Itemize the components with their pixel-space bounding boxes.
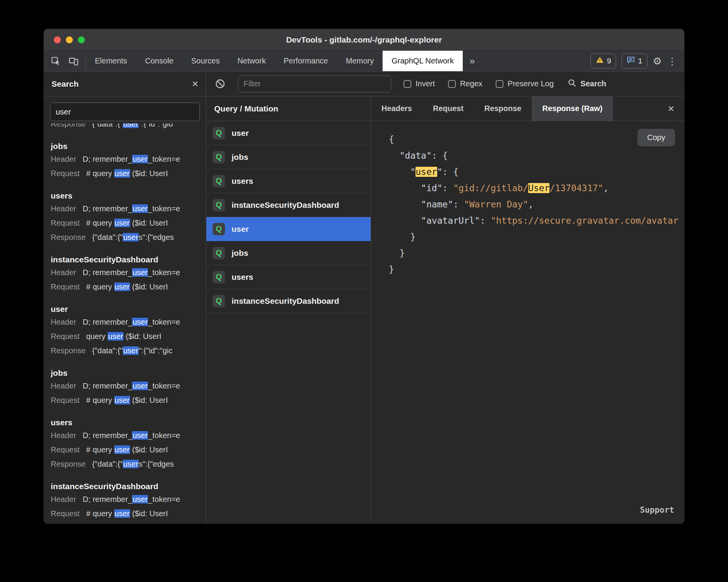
search-result-line[interactable]: HeaderD; remember_user_token=e	[51, 492, 202, 507]
query-list-item-label: jobs	[232, 152, 248, 162]
result-line-label: Request	[51, 509, 80, 518]
tab-response-raw[interactable]: Response (Raw)	[532, 96, 613, 121]
json-token: :	[442, 183, 453, 193]
settings-gear-icon[interactable]: ⚙	[653, 56, 662, 66]
search-result-line[interactable]: HeaderD; remember_user_token=e	[51, 379, 202, 393]
tab-response[interactable]: Response	[474, 96, 532, 121]
search-result-line[interactable]: HeaderD; remember_user_token=e	[51, 202, 202, 216]
tab-performance[interactable]: Performance	[275, 51, 337, 71]
tab-graphql-network[interactable]: GraphQL Network	[383, 51, 462, 71]
devtools-window: DevTools - gitlab.com/-/graphql-explorer…	[43, 29, 685, 524]
checkbox-regex[interactable]: Regex	[448, 79, 482, 88]
query-list-item[interactable]: Quser	[206, 217, 371, 241]
tab-request[interactable]: Request	[422, 96, 474, 121]
close-window-button[interactable]	[54, 36, 61, 43]
issues-badge[interactable]: 1	[622, 53, 647, 68]
minimize-window-button[interactable]	[66, 36, 73, 43]
inspect-element-icon[interactable]	[51, 56, 61, 66]
result-text: _token=e	[148, 318, 180, 326]
search-panel: Search × Response{"data":{"user":{"id":"…	[44, 72, 206, 524]
message-bubble-icon	[627, 56, 635, 66]
search-result-line[interactable]: Request# query user ($id: UserI	[51, 393, 202, 407]
response-tabs: HeadersRequestResponseResponse (Raw)	[371, 96, 613, 121]
console-warnings-badge[interactable]: 9	[591, 53, 616, 68]
search-result-line[interactable]: Request# query user ($id: UserI	[51, 507, 202, 521]
result-text: ($id: UserI	[130, 219, 168, 227]
json-token: "	[410, 167, 416, 177]
close-response-panel-icon[interactable]: ×	[664, 103, 678, 114]
support-link[interactable]: Support	[640, 502, 674, 518]
search-result-group: jobsHeaderD; remember_user_token=eReques…	[51, 367, 202, 407]
query-list-item[interactable]: QinstanceSecurityDashboard	[206, 193, 371, 217]
tab-console[interactable]: Console	[136, 51, 182, 71]
checkbox-box	[496, 80, 503, 88]
tab-memory[interactable]: Memory	[337, 51, 383, 71]
search-result-line[interactable]: HeaderD; remember_user_token=e	[51, 428, 202, 443]
checkbox-box	[448, 80, 456, 88]
search-result-line[interactable]: HeaderD; remember_user_token=e	[51, 315, 202, 329]
search-input-wrap	[44, 96, 206, 123]
search-result-line[interactable]: Response{"data":{"user":{"id":"gic	[51, 344, 202, 358]
search-result-title[interactable]: users	[51, 190, 202, 202]
search-input[interactable]	[50, 103, 200, 121]
query-list-item-label: users	[232, 272, 253, 282]
search-result-title[interactable]: instanceSecurityDashboard	[51, 254, 202, 265]
search-result-line[interactable]: Response{"data":{"user":{"id":"gid	[51, 123, 202, 131]
result-text: _token=e	[148, 204, 180, 213]
search-match: user	[114, 219, 130, 227]
toolbar-search[interactable]: Search	[568, 79, 606, 89]
search-result-line[interactable]: HeaderD; remember_user_token=e	[51, 152, 202, 166]
result-text: {"data":{"	[92, 460, 123, 468]
search-result-title[interactable]: users	[51, 417, 202, 428]
search-result-title[interactable]: jobs	[51, 140, 202, 152]
query-list-item[interactable]: QinstanceSecurityDashboard	[206, 289, 371, 313]
search-match: user	[114, 396, 130, 404]
search-result-line[interactable]: Request# query user ($id: UserI	[51, 216, 202, 230]
search-result-line[interactable]: Request# query user ($id: UserI	[51, 166, 202, 181]
kebab-menu-icon[interactable]: ⋮	[667, 56, 677, 66]
zoom-window-button[interactable]	[78, 36, 85, 43]
result-text: # query	[86, 282, 114, 291]
result-text: _token=e	[148, 382, 180, 390]
search-result-group: usersHeaderD; remember_user_token=eReque…	[51, 417, 202, 471]
tab-sources[interactable]: Sources	[182, 51, 228, 71]
clipped-search-result: Response{"data":{"user":{"id":"gid	[51, 123, 202, 131]
result-text: ($id: UserI	[124, 332, 161, 341]
search-result-title[interactable]: instanceSecurityDashboard	[51, 481, 202, 492]
issues-count: 1	[638, 57, 642, 65]
search-match: user	[123, 123, 139, 128]
query-list-item[interactable]: Qjobs	[206, 145, 371, 169]
search-result-line[interactable]: Request# query user ($id: UserI	[51, 443, 202, 457]
checkbox-invert[interactable]: Invert	[403, 79, 435, 88]
device-toolbar-icon[interactable]	[69, 56, 79, 66]
search-result-title[interactable]: user	[51, 303, 202, 315]
json-token: }	[389, 264, 394, 274]
checkbox-preserve-log[interactable]: Preserve Log	[496, 79, 554, 88]
search-result-line[interactable]: HeaderD; remember_user_token=e	[51, 265, 202, 280]
search-result-line[interactable]: Response{"data":{"users":{"edges	[51, 457, 202, 471]
more-tabs-chevron[interactable]: »	[463, 51, 482, 71]
query-list-item[interactable]: Quser	[206, 121, 371, 145]
query-list-item[interactable]: Qusers	[206, 265, 371, 289]
tab-network[interactable]: Network	[228, 51, 275, 71]
result-line-label: Request	[51, 332, 80, 341]
tab-elements[interactable]: Elements	[86, 51, 136, 71]
filter-input[interactable]	[238, 75, 391, 92]
query-list-item[interactable]: Qusers	[206, 169, 371, 193]
search-panel-title: Search	[52, 79, 79, 89]
search-result-line[interactable]: Response{"data":{"users":{"edges	[51, 230, 202, 245]
search-match: user	[114, 169, 130, 178]
search-match: user	[123, 460, 139, 468]
search-result-group: usersHeaderD; remember_user_token=eReque…	[51, 190, 202, 245]
result-line-label: Header	[51, 495, 76, 503]
clear-log-icon[interactable]	[215, 79, 225, 89]
search-result-line[interactable]: Requestquery user ($id: UserI	[51, 329, 202, 344]
result-line-label: Request	[51, 445, 80, 454]
query-list-item[interactable]: Qjobs	[206, 241, 371, 265]
result-line-label: Request	[51, 169, 80, 178]
search-result-line[interactable]: Request# query user ($id: UserI	[51, 280, 202, 294]
close-search-panel-icon[interactable]: ×	[192, 79, 198, 89]
search-result-title[interactable]: jobs	[51, 367, 202, 379]
copy-button[interactable]: Copy	[637, 129, 675, 146]
tab-headers[interactable]: Headers	[371, 96, 422, 121]
